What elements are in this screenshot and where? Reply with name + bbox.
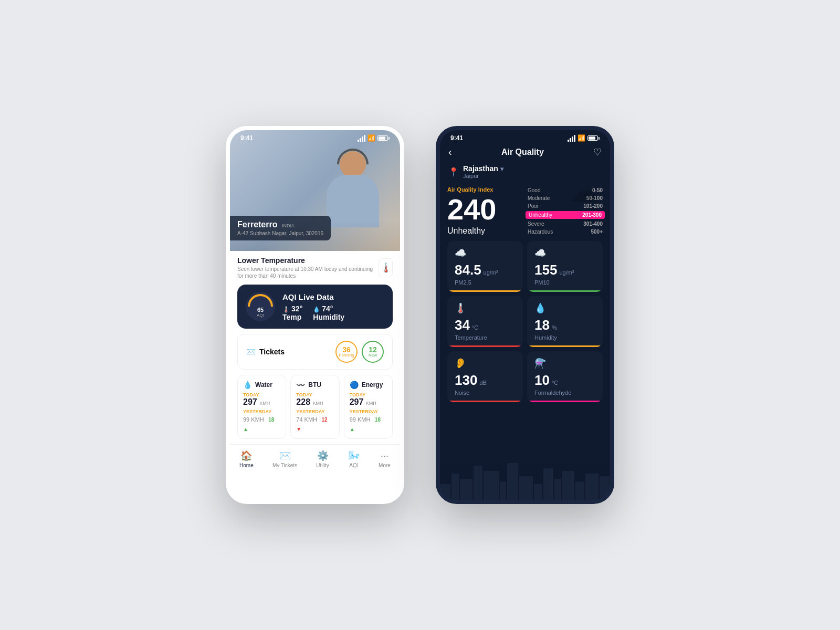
btu-icon: 〰️ <box>296 381 305 389</box>
temp-value: 32° <box>291 304 302 313</box>
new-count: 12 <box>369 346 377 353</box>
noise-value-row: 130 dB <box>455 372 516 388</box>
utility-card-btu[interactable]: 〰️ BTU TODAY 228 KMH YESTERDAY 74 KMH 12… <box>290 375 339 439</box>
phone-dark: ☁ 9:41 📶 ‹ Air Quality ♡ 📍 Rajast <box>436 126 614 504</box>
pm25-value-row: 84.5 ug/m³ <box>455 262 516 278</box>
water-today-value: 297 KMH <box>243 397 280 407</box>
aqi-index-value: 240 <box>447 195 522 224</box>
user-address: A-42 Subhash Nagar, Jaipur, 302016 <box>237 230 323 236</box>
water-header: 💧 Water <box>243 381 280 389</box>
temperature-alert-card: Lower Temperature Seen lower temperature… <box>237 256 393 279</box>
pm10-value: 155 <box>534 262 557 278</box>
humidity-label: Humidity <box>534 334 595 341</box>
temp-icon: 🌡️ <box>379 258 393 277</box>
humidity-drop-icon: 💧 <box>534 302 546 314</box>
aqi-nav-label: AQI <box>349 463 358 468</box>
btu-today-label: TODAY <box>296 392 333 397</box>
utility-nav-icon: ⚙️ <box>317 450 329 461</box>
tickets-card[interactable]: ✉️ Tickets 36 Pending 12 New <box>237 334 393 370</box>
sensor-noise: 👂 130 dB Noise <box>447 351 523 402</box>
btu-name: BTU <box>308 381 321 388</box>
noise-label: Noise <box>455 390 516 396</box>
dark-wifi-icon: 📶 <box>578 134 585 142</box>
pending-label: Pending <box>339 353 354 358</box>
aqi-live-card[interactable]: 65 AQI AQI Live Data 🌡️ 32° Temp 💧 74° H… <box>237 285 393 329</box>
person-head <box>340 151 366 177</box>
skyline-buildings <box>440 458 610 500</box>
formaldehyde-value-row: 10 °C <box>534 372 595 388</box>
new-badge[interactable]: 12 New <box>362 341 384 363</box>
btu-yesterday-value: 74 KMH 12 ▼ <box>296 414 333 433</box>
pm25-cloud-icon: ☁️ <box>455 247 466 259</box>
location-text: Rajasthan ▾ Jaipur <box>463 164 503 179</box>
pm25-unit: ug/m³ <box>484 269 498 276</box>
temp-alert-text: Lower Temperature Seen lower temperature… <box>237 256 379 279</box>
back-button[interactable]: ‹ <box>448 146 452 158</box>
hero-person <box>316 146 390 240</box>
pm10-cloud-icon: ☁️ <box>534 247 546 259</box>
temp-label: Temp <box>282 313 301 321</box>
pm25-label: PM2.5 <box>455 279 516 286</box>
humidity-value: 74° <box>322 304 333 313</box>
humidity-value-row: 18 % <box>534 317 595 333</box>
status-icons: 📶 <box>358 134 390 142</box>
time-display: 9:41 <box>240 134 253 142</box>
energy-yesterday-value: 99 KMH 18 ▲ <box>350 414 387 433</box>
aqi-gauge-value: 65 <box>257 307 264 313</box>
battery-icon <box>377 135 390 141</box>
hero-image: 9:41 📶 <box>230 130 400 251</box>
dropdown-arrow-icon[interactable]: ▾ <box>500 165 503 173</box>
noise-unit: dB <box>479 380 486 386</box>
pending-badge[interactable]: 36 Pending <box>335 341 358 363</box>
energy-icon: 🔵 <box>350 381 359 389</box>
noise-value: 130 <box>455 372 477 388</box>
alert-title: Lower Temperature <box>237 256 379 265</box>
tickets-title: Tickets <box>259 348 285 356</box>
humidity-sensor-header: 💧 <box>534 302 595 314</box>
dark-time: 9:41 <box>450 134 463 142</box>
dark-app-header: ‹ Air Quality ♡ <box>440 144 610 162</box>
city-skyline <box>440 458 610 500</box>
temperature-unit: °C <box>472 324 478 331</box>
noise-ear-icon: 👂 <box>455 358 466 369</box>
aqi-arc <box>248 294 273 307</box>
aqi-status-label: Unhealthy <box>447 226 522 236</box>
favorite-button[interactable]: ♡ <box>593 146 602 158</box>
utility-nav-label: Utility <box>316 463 329 468</box>
utility-card-energy[interactable]: 🔵 Energy TODAY 297 KMH YESTERDAY 99 KMH … <box>344 375 393 439</box>
location-region: Rajasthan ▾ <box>463 164 503 173</box>
sensor-formaldehyde: ⚗️ 10 °C Formaldehyde <box>527 351 603 402</box>
energy-today-value: 297 KMH <box>350 397 387 407</box>
nav-utility[interactable]: ⚙️ Utility <box>316 450 329 468</box>
temp-sensor-value-row: 34 °C <box>455 317 516 333</box>
tickets-label: ✉️ Tickets <box>246 348 285 356</box>
utility-card-water[interactable]: 💧 Water TODAY 297 KMH YESTERDAY 99 KMH 1… <box>237 375 286 439</box>
aqi-gauge-label: AQI <box>257 313 264 318</box>
temperature-label: Temperature <box>455 334 516 341</box>
humidity-label: Humidity <box>313 313 344 321</box>
humidity-value: 18 <box>534 317 550 333</box>
btu-yesterday-label: YESTERDAY <box>296 409 333 414</box>
tickets-badges: 36 Pending 12 New <box>335 341 384 363</box>
pm25-header: ☁️ <box>455 247 516 259</box>
location-pin-icon: 📍 <box>448 167 459 177</box>
pm10-unit: ug/m³ <box>559 269 574 276</box>
btu-header: 〰️ BTU <box>296 381 333 389</box>
energy-header: 🔵 Energy <box>350 381 387 389</box>
name-badge: Ferreterro INDIA A-42 Subhash Nagar, Jai… <box>230 216 331 240</box>
formaldehyde-label: Formaldehyde <box>534 390 595 396</box>
nav-aqi[interactable]: 🌬️ AQI <box>348 450 360 468</box>
aqi-temp: 🌡️ 32° Temp <box>282 304 302 321</box>
aqi-stats: 🌡️ 32° Temp 💧 74° Humidity <box>282 304 344 321</box>
energy-yesterday-label: YESTERDAY <box>350 409 387 414</box>
nav-home[interactable]: 🏠 Home <box>239 450 254 468</box>
tickets-nav-label: My Tickets <box>272 463 297 468</box>
formaldehyde-header: ⚗️ <box>534 358 595 369</box>
ticket-icon: ✉️ <box>246 348 255 356</box>
dark-signal-icon <box>568 135 575 142</box>
wifi-icon: 📶 <box>368 134 375 142</box>
dark-status-icons: 📶 <box>568 134 600 142</box>
nav-tickets[interactable]: ✉️ My Tickets <box>272 450 297 468</box>
nav-more[interactable]: ··· More <box>379 450 391 468</box>
temperature-value: 34 <box>455 317 470 333</box>
